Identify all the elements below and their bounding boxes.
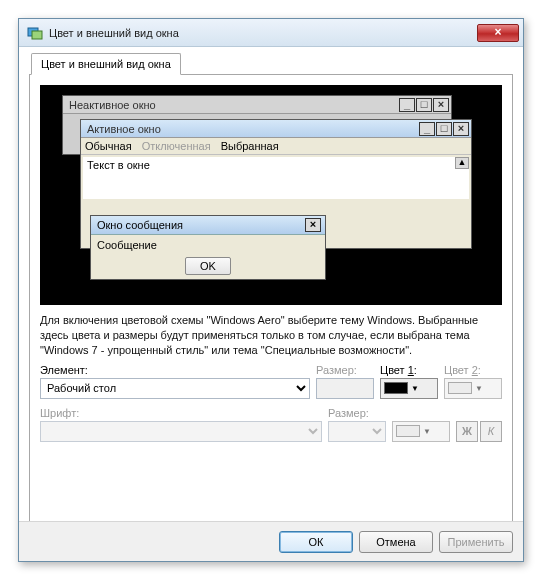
apply-button[interactable]: Применить bbox=[439, 531, 513, 553]
preview-menubar: Обычная Отключенная Выбранная bbox=[81, 138, 471, 155]
preview-window-controls: _ □ × bbox=[418, 122, 469, 136]
msg-ok-button: OK bbox=[185, 257, 231, 275]
dialog-window: Цвет и внешний вид окна × Цвет и внешний… bbox=[18, 18, 524, 562]
preview-area: Неактивное окно _ □ × Активное окно _ □ bbox=[40, 85, 502, 305]
chevron-down-icon: ▼ bbox=[411, 384, 419, 393]
menu-selected: Выбранная bbox=[221, 140, 279, 152]
app-icon bbox=[27, 25, 43, 41]
font-size-combo bbox=[328, 421, 386, 442]
ok-button[interactable]: ОК bbox=[279, 531, 353, 553]
color2-picker: ▼ bbox=[444, 378, 502, 399]
svg-rect-1 bbox=[32, 31, 42, 39]
titlebar[interactable]: Цвет и внешний вид окна × bbox=[19, 19, 523, 47]
msg-button-row: OK bbox=[91, 253, 325, 279]
preview-text: Текст в окне bbox=[87, 159, 150, 171]
font-combo bbox=[40, 421, 322, 442]
preview-active-title: Активное окно bbox=[87, 123, 161, 135]
msg-title: Окно сообщения bbox=[97, 219, 183, 231]
font-label: Шрифт: bbox=[40, 407, 322, 419]
scrollbar-up-icon: ▲ bbox=[455, 157, 469, 169]
font-size-label: Размер: bbox=[328, 407, 386, 419]
minimize-icon: _ bbox=[419, 122, 435, 136]
window-title: Цвет и внешний вид окна bbox=[49, 27, 477, 39]
color1-swatch bbox=[384, 382, 408, 394]
element-label: Элемент: bbox=[40, 364, 310, 376]
maximize-icon: □ bbox=[436, 122, 452, 136]
bold-toggle: Ж bbox=[456, 421, 478, 442]
dialog-body: Цвет и внешний вид окна Неактивное окно … bbox=[19, 47, 523, 542]
preview-textarea: Текст в окне ▲ bbox=[83, 157, 469, 199]
preview-window-controls: _ □ × bbox=[398, 98, 449, 112]
dialog-footer: ОК Отмена Применить bbox=[19, 521, 523, 561]
size-label: Размер: bbox=[316, 364, 374, 376]
menu-disabled: Отключенная bbox=[142, 140, 211, 152]
chevron-down-icon: ▼ bbox=[423, 427, 431, 436]
tabpanel: Неактивное окно _ □ × Активное окно _ □ bbox=[29, 74, 513, 532]
minimize-icon: _ bbox=[399, 98, 415, 112]
italic-toggle: К bbox=[480, 421, 502, 442]
color2-label: Цвет 2: bbox=[444, 364, 502, 376]
description-text: Для включения цветовой схемы "Windows Ae… bbox=[40, 313, 502, 358]
cancel-button[interactable]: Отмена bbox=[359, 531, 433, 553]
preview-inactive-title: Неактивное окно bbox=[69, 99, 156, 111]
color1-label: Цвет 1: bbox=[380, 364, 438, 376]
size-input bbox=[316, 378, 374, 399]
element-combo[interactable]: Рабочий стол bbox=[40, 378, 310, 399]
msg-body: Сообщение bbox=[91, 235, 325, 253]
preview-msg-controls: × bbox=[304, 218, 321, 232]
tab-appearance[interactable]: Цвет и внешний вид окна bbox=[31, 53, 181, 75]
font-color-swatch bbox=[396, 425, 420, 437]
preview-messagebox: Окно сообщения × Сообщение OK bbox=[90, 215, 326, 280]
font-color-picker: ▼ bbox=[392, 421, 450, 442]
close-button[interactable]: × bbox=[477, 24, 519, 42]
color1-picker[interactable]: ▼ bbox=[380, 378, 438, 399]
close-icon: × bbox=[453, 122, 469, 136]
chevron-down-icon: ▼ bbox=[475, 384, 483, 393]
menu-normal: Обычная bbox=[85, 140, 132, 152]
maximize-icon: □ bbox=[416, 98, 432, 112]
tabstrip: Цвет и внешний вид окна bbox=[29, 53, 513, 75]
close-icon: × bbox=[305, 218, 321, 232]
color2-swatch bbox=[448, 382, 472, 394]
close-icon: × bbox=[433, 98, 449, 112]
